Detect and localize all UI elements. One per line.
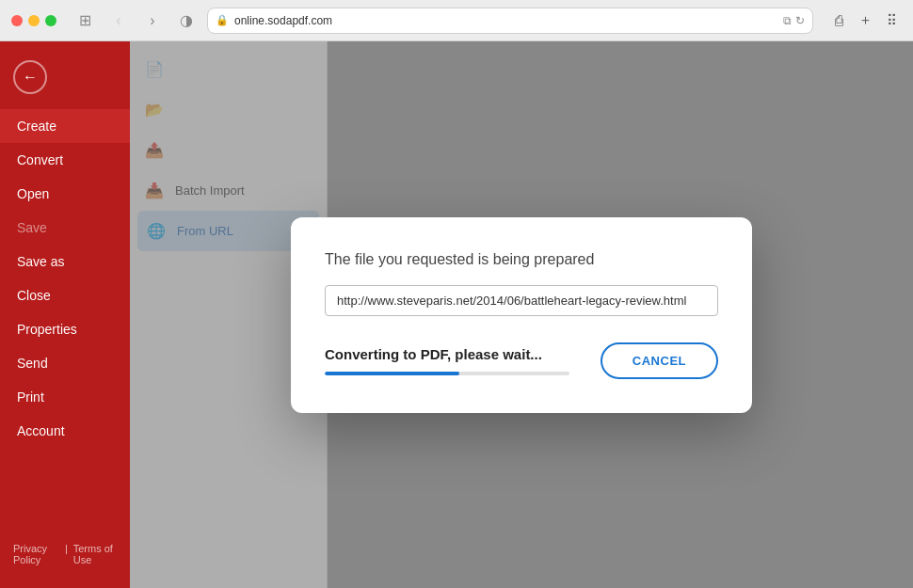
lock-icon: 🔒 [216,14,229,26]
address-bar[interactable]: 🔒 online.sodapdf.com ⧉ ↻ [207,8,813,34]
close-window-button[interactable] [11,15,23,26]
sidebar-item-save: Save [0,211,130,245]
maximize-window-button[interactable] [45,15,56,26]
converting-text: Converting to PDF, please wait... [325,346,569,362]
sidebar-label-open: Open [17,186,49,201]
back-button-sidebar[interactable]: ← [13,60,47,94]
modal-title: The file you requested is being prepared [325,251,718,268]
sidebar-footer: Privacy Policy | Terms of Use [0,532,130,577]
sidebar-label-close: Close [17,288,51,303]
reload-icon[interactable]: ↻ [795,14,805,27]
sidebar-label-send: Send [17,356,48,371]
minimize-window-button[interactable] [28,15,40,26]
progress-bar-container [325,372,569,375]
browser-right-icons: ⎙ ＋ ⠿ [828,10,902,31]
footer-separator: | [65,543,68,565]
sidebar-item-save-as[interactable]: Save as [0,245,130,278]
new-tab-icon[interactable]: ＋ [855,10,875,31]
address-icons: ⧉ ↻ [783,14,805,27]
privacy-policy-link[interactable]: Privacy Policy [13,543,59,565]
sidebar-item-create[interactable]: Create [0,109,130,143]
sidebar-item-send[interactable]: Send [0,346,130,380]
main-content: 📄 📂 📤 📥 Batch Import 🌐 From URL [130,41,913,588]
url-input[interactable] [325,285,718,316]
app-layout: ← Create Convert Open Save Save as Close… [0,41,913,588]
sidebar: ← Create Convert Open Save Save as Close… [0,41,130,588]
sidebar-label-convert: Convert [17,152,63,167]
sidebar-label-save: Save [17,220,47,235]
translate-icon: ⧉ [783,14,792,27]
forward-button[interactable]: › [139,8,166,34]
cancel-button[interactable]: CANCEL [601,342,718,379]
sidebar-item-close[interactable]: Close [0,278,130,312]
dark-mode-button[interactable]: ◑ [173,8,200,34]
browser-chrome: ⊞ ‹ › ◑ 🔒 online.sodapdf.com ⧉ ↻ ⎙ ＋ ⠿ [0,0,913,41]
sidebar-label-save-as: Save as [17,254,65,269]
modal-status-left: Converting to PDF, please wait... [325,346,569,375]
modal-status-row: Converting to PDF, please wait... CANCEL [325,342,718,379]
modal-overlay: The file you requested is being prepared… [130,41,913,588]
progress-bar-fill [325,372,459,375]
address-text: online.sodapdf.com [234,14,777,27]
traffic-lights [11,15,56,26]
sidebar-label-create: Create [17,119,56,134]
share-icon[interactable]: ⎙ [828,10,849,31]
sidebar-item-open[interactable]: Open [0,177,130,211]
sidebar-item-convert[interactable]: Convert [0,143,130,177]
sidebar-label-account: Account [17,423,65,438]
sidebar-label-properties: Properties [17,322,77,337]
back-button[interactable]: ‹ [105,8,132,34]
conversion-modal: The file you requested is being prepared… [291,217,752,413]
tab-layout-button[interactable]: ⊞ [72,8,98,34]
sidebar-item-print[interactable]: Print [0,380,130,414]
sidebar-item-properties[interactable]: Properties [0,312,130,346]
terms-of-use-link[interactable]: Terms of Use [73,543,117,565]
sidebar-label-print: Print [17,389,44,405]
sidebar-item-account[interactable]: Account [0,414,130,448]
extensions-icon[interactable]: ⠿ [881,10,902,31]
